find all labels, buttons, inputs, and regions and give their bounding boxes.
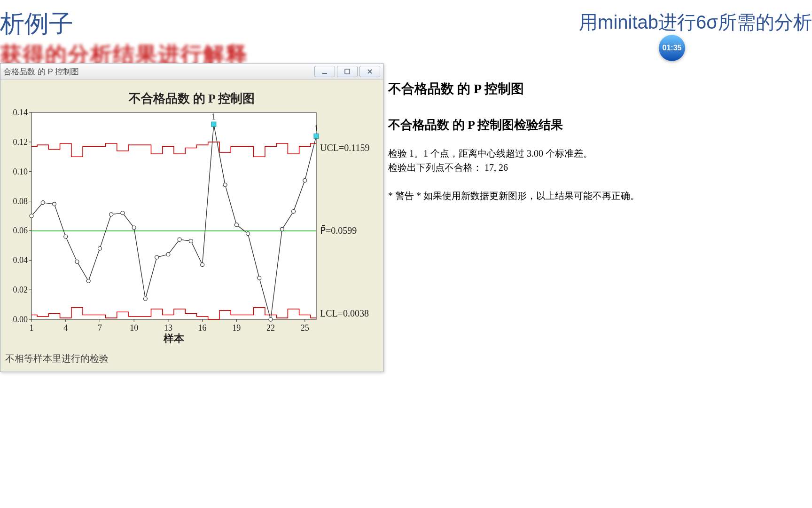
page-title-left: 析例子 <box>0 8 73 40</box>
svg-rect-0 <box>322 73 327 74</box>
window-title: 合格品数 的 P 控制图 <box>3 66 79 77</box>
results-heading-1: 不合格品数 的 P 控制图 <box>388 80 661 98</box>
svg-point-62 <box>280 227 284 231</box>
svg-point-64 <box>303 179 307 183</box>
svg-point-43 <box>75 260 79 263</box>
svg-text:0.14: 0.14 <box>13 109 28 117</box>
svg-rect-1 <box>345 69 350 74</box>
svg-point-45 <box>98 246 102 250</box>
svg-text:10: 10 <box>130 323 138 333</box>
svg-text:0.08: 0.08 <box>13 197 28 206</box>
svg-point-41 <box>52 202 56 206</box>
svg-point-61 <box>269 318 273 321</box>
svg-text:1: 1 <box>314 124 319 133</box>
svg-point-59 <box>246 232 250 236</box>
svg-text:19: 19 <box>232 323 241 333</box>
svg-text:LCL=0.0038: LCL=0.0038 <box>320 308 369 318</box>
svg-point-63 <box>292 210 296 214</box>
svg-point-39 <box>30 214 33 218</box>
svg-text:P̄=0.0599: P̄=0.0599 <box>320 225 357 236</box>
svg-text:1: 1 <box>211 112 216 121</box>
chart-footnote: 不相等样本里进行的检验 <box>5 352 378 365</box>
svg-text:0.12: 0.12 <box>13 137 28 147</box>
svg-point-51 <box>166 253 170 256</box>
timer-badge: 01:35 <box>659 35 685 61</box>
minimize-button[interactable] <box>314 66 335 77</box>
svg-text:22: 22 <box>266 323 275 333</box>
svg-point-53 <box>189 239 193 243</box>
svg-point-58 <box>234 223 238 227</box>
svg-point-60 <box>258 276 261 280</box>
chart-area: 不合格品数 的 P 控制图 0.000.020.040.060.080.100.… <box>0 80 383 372</box>
svg-point-57 <box>223 183 227 187</box>
svg-text:4: 4 <box>63 323 68 333</box>
window-buttons <box>314 66 380 77</box>
svg-text:0.10: 0.10 <box>13 167 28 176</box>
results-line-1: 检验 1。1 个点，距离中心线超过 3.00 个标准差。 <box>388 146 661 160</box>
results-panel: 不合格品数 的 P 控制图 不合格品数 的 P 控制图检验结果 检验 1。1 个… <box>388 80 661 212</box>
svg-text:0.00: 0.00 <box>13 315 28 324</box>
svg-text:7: 7 <box>98 323 102 333</box>
results-heading-2: 不合格品数 的 P 控制图检验结果 <box>388 117 661 133</box>
svg-point-49 <box>143 297 147 301</box>
svg-point-40 <box>41 201 45 205</box>
p-chart: 0.000.020.040.060.080.100.120.1414710131… <box>5 109 376 344</box>
svg-rect-65 <box>314 134 319 138</box>
svg-text:16: 16 <box>198 323 207 333</box>
svg-text:0.06: 0.06 <box>13 226 28 235</box>
svg-text:样本: 样本 <box>163 333 185 344</box>
svg-text:UCL=0.1159: UCL=0.1159 <box>320 143 370 153</box>
svg-point-54 <box>201 263 204 267</box>
maximize-button[interactable] <box>337 66 358 77</box>
page-title-right: 用minitab进行6σ所需的分析 <box>579 9 812 35</box>
results-line-2: 检验出下列点不合格： 17, 26 <box>388 160 661 175</box>
close-button[interactable] <box>359 66 380 77</box>
svg-point-52 <box>178 238 181 241</box>
svg-text:0.02: 0.02 <box>13 285 28 294</box>
svg-point-46 <box>109 213 113 216</box>
chart-window: 合格品数 的 P 控制图 不合格品数 的 P 控制图 0.000.020.040… <box>0 63 383 372</box>
svg-point-50 <box>155 255 159 259</box>
svg-point-44 <box>86 279 90 283</box>
chart-title: 不合格品数 的 P 控制图 <box>5 90 378 107</box>
svg-point-42 <box>64 235 68 238</box>
svg-point-48 <box>132 226 136 230</box>
results-warning: * 警告 * 如果使用新数据更新图形，以上结果可能不再正确。 <box>388 190 661 202</box>
svg-text:0.04: 0.04 <box>13 255 28 265</box>
svg-text:13: 13 <box>164 323 172 333</box>
svg-rect-2 <box>31 112 316 319</box>
svg-text:25: 25 <box>301 323 309 333</box>
window-titlebar[interactable]: 合格品数 的 P 控制图 <box>0 64 383 80</box>
svg-point-47 <box>121 211 125 215</box>
svg-text:1: 1 <box>30 323 34 333</box>
svg-rect-55 <box>211 122 216 127</box>
